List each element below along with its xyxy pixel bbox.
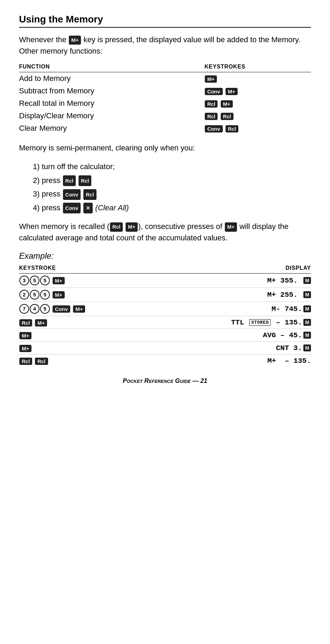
key-button: Rcl — [205, 113, 218, 120]
mplus-key: M+ — [19, 345, 31, 352]
page-title: Using the Memory — [19, 14, 311, 28]
digit-key: 5 — [40, 304, 50, 314]
list-text: press — [42, 176, 61, 185]
display-value: TTL STORED – 135.M — [231, 319, 311, 326]
example-display-cell: M+ – 135. — [152, 355, 311, 367]
example-keystroke-cell: 745 Conv M+ — [19, 302, 152, 316]
function-table: Function Keystrokes Add to MemoryM+ Subt… — [19, 64, 311, 135]
m-indicator: M — [303, 344, 311, 351]
table-row: M+AVG – 45.M — [19, 329, 311, 342]
list-suffix: (Clear All) — [95, 203, 129, 212]
example-table: Keystroke Display 355 M+M+ 355. M255 M+M… — [19, 265, 311, 367]
example-keystroke-cell: 255 M+ — [19, 288, 152, 302]
list-item: 4) press Conv ✕ (Clear All) — [33, 201, 311, 215]
function-col-header: Function — [19, 64, 198, 72]
m-indicator: M — [303, 332, 311, 339]
stored-badge: STORED — [249, 319, 271, 326]
table-row: 355 M+M+ 355. M — [19, 274, 311, 288]
digit-key: 2 — [19, 290, 29, 300]
intro-text: Whenever the M+ key is pressed, the disp… — [19, 34, 311, 57]
list-text: press — [42, 190, 61, 198]
list-item: 1) turn off the calculator; — [33, 160, 311, 174]
rcl-key: Rcl — [19, 358, 32, 365]
digit-key: 5 — [30, 290, 39, 300]
list-item: 2) press Rcl Rcl — [33, 174, 311, 187]
list-items: 1) turn off the calculator; 2) press Rcl… — [33, 160, 311, 214]
semi-permanent-text: Memory is semi-permanent, clearing only … — [19, 142, 311, 154]
example-keystroke-cell: 355 M+ — [19, 274, 152, 288]
example-display-cell: TTL STORED – 135.M — [152, 316, 311, 329]
key-button: Rcl — [79, 175, 91, 186]
table-row: 745 Conv M+M- 745.M — [19, 302, 311, 316]
key-button: M+ — [205, 75, 217, 83]
display-value: M+ – 135. — [267, 357, 311, 365]
mplus-key: M+ — [35, 319, 47, 326]
key-button: Rcl — [205, 100, 218, 108]
function-keys: Rcl M+ — [198, 97, 311, 110]
example-display-cell: M- 745.M — [152, 302, 311, 316]
display-value: AVG – 45.M — [263, 331, 311, 339]
display-value: M- 745.M — [272, 305, 311, 313]
display-value: M+ 355. M — [267, 277, 311, 285]
list-num: 2) — [33, 176, 40, 185]
display-value: M+ 255. M — [267, 291, 311, 299]
mplus-key: M+ — [73, 305, 85, 313]
mplus-key-recalled2: M+ — [225, 222, 237, 232]
key-button: Rcl — [63, 175, 76, 186]
function-label: Clear Memory — [19, 122, 198, 135]
digit-key: 5 — [30, 276, 39, 285]
function-keys: Conv Rcl — [198, 122, 311, 135]
recalled-text: When memory is recalled (Rcl M+), consec… — [19, 221, 311, 243]
list-num: 4) — [33, 203, 40, 212]
key-button: Conv — [205, 88, 223, 95]
list-num: 1) — [33, 162, 40, 171]
example-display-cell: M+ 355. M — [152, 274, 311, 288]
mplus-key: M+ — [53, 291, 65, 298]
digit-key: 7 — [19, 304, 29, 314]
digit-key: 3 — [19, 276, 29, 285]
table-row: M+CNT 3.M — [19, 342, 311, 355]
conv-key: Conv — [53, 305, 71, 313]
keystroke-col-header: Keystroke — [19, 265, 152, 274]
list-item: 3) press Conv Rcl — [33, 187, 311, 201]
function-label: Subtract from Memory — [19, 85, 198, 97]
example-display-cell: CNT 3.M — [152, 342, 311, 355]
list-num: 3) — [33, 190, 40, 198]
function-label: Display/Clear Memory — [19, 110, 198, 122]
example-keystroke-cell: Rcl M+ — [19, 316, 152, 329]
key-button: Rcl — [221, 113, 233, 120]
key-button: Conv — [205, 125, 223, 132]
function-label: Add to Memory — [19, 72, 198, 85]
keystrokes-col-header: Keystrokes — [198, 64, 311, 72]
m-indicator: M — [303, 291, 311, 298]
table-row: Rcl RclM+ – 135. — [19, 355, 311, 367]
display-col-header: Display — [152, 265, 311, 274]
key-button: Conv — [63, 189, 81, 200]
digit-key: 5 — [40, 276, 50, 285]
list-text: press — [42, 203, 61, 212]
key-button: Conv — [63, 203, 81, 213]
digit-key: 4 — [30, 304, 39, 314]
mplus-key: M+ — [53, 277, 65, 284]
display-value: CNT 3.M — [276, 344, 311, 352]
mplus-key-recalled: M+ — [126, 222, 138, 232]
key-button: ✕ — [83, 203, 93, 213]
example-label: Example: — [19, 251, 311, 261]
m-indicator: M — [303, 305, 311, 312]
m-indicator: M — [303, 277, 311, 284]
rcl-key: Rcl — [19, 319, 32, 326]
table-row: Rcl M+TTL STORED – 135.M — [19, 316, 311, 329]
example-keystroke-cell: Rcl Rcl — [19, 355, 152, 367]
example-keystroke-cell: M+ — [19, 329, 152, 342]
function-keys: Rcl Rcl — [198, 110, 311, 122]
example-display-cell: AVG – 45.M — [152, 329, 311, 342]
key-button: M+ — [226, 88, 238, 95]
digit-key: 5 — [40, 290, 50, 300]
list-text: turn off the calculator; — [42, 162, 115, 171]
mplus-key: M+ — [19, 332, 31, 339]
table-row: 255 M+M+ 255. M — [19, 288, 311, 302]
footer: Pocket Reference Guide — 21 — [19, 377, 311, 385]
m-indicator: M — [303, 319, 311, 326]
function-keys: M+ — [198, 72, 311, 85]
m-plus-key-intro: M+ — [69, 36, 81, 45]
